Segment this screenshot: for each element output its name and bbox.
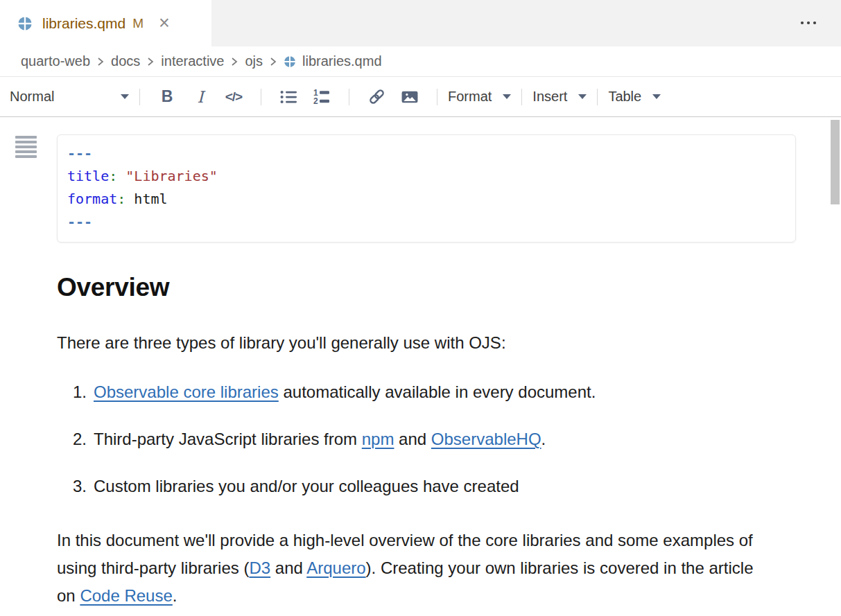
chevron-down-icon — [121, 94, 129, 99]
table-menu[interactable]: Table — [608, 89, 661, 105]
quarto-file-icon — [17, 16, 33, 31]
document-body: Overview There are three types of librar… — [57, 274, 758, 610]
intro-paragraph: There are three types of library you'll … — [57, 333, 758, 352]
chevron-right-icon — [146, 55, 155, 68]
list-item-number: 1. — [73, 382, 94, 401]
table-menu-label: Table — [608, 89, 641, 105]
image-button[interactable] — [393, 83, 426, 111]
tab-libraries-qmd[interactable]: libraries.qmd M × — [0, 0, 211, 46]
svg-text:2: 2 — [313, 96, 318, 106]
bullet-list-icon — [279, 89, 298, 105]
link-observablehq[interactable]: ObservableHQ — [431, 430, 541, 448]
chevron-down-icon — [503, 94, 511, 99]
tab-bar: libraries.qmd M × — [0, 0, 841, 46]
ordered-list-button[interactable]: 1 2 — [305, 83, 338, 111]
chevron-right-icon — [229, 55, 239, 68]
list-item-text: Third-party JavaScript libraries from np… — [94, 430, 546, 448]
list-item-number: 2. — [73, 430, 94, 448]
toolbar-divider — [139, 89, 140, 105]
yaml-delimiter: --- — [67, 142, 784, 165]
toolbar-divider — [349, 89, 349, 105]
breadcrumb-interactive[interactable]: interactive — [161, 53, 224, 69]
insert-menu[interactable]: Insert — [532, 89, 587, 105]
block-drag-handle-icon[interactable] — [15, 136, 37, 160]
link-npm[interactable]: npm — [362, 430, 395, 448]
chevron-right-icon — [268, 55, 278, 68]
more-actions-icon[interactable] — [797, 14, 820, 32]
toolbar-divider — [261, 89, 261, 105]
page-title: Overview — [57, 274, 758, 301]
list-item-text: Observable core libraries automatically … — [94, 382, 596, 401]
list-item: 2. Third-party JavaScript libraries from… — [57, 430, 758, 448]
breadcrumb-quarto-web[interactable]: quarto-web — [21, 53, 90, 69]
chevron-right-icon — [96, 55, 105, 68]
breadcrumb-libraries-qmd[interactable]: libraries.qmd — [302, 53, 381, 69]
chevron-down-icon — [578, 94, 587, 99]
numbered-list: 1. Observable core libraries automatical… — [57, 382, 758, 495]
toolbar-divider — [597, 89, 598, 105]
yaml-delimiter: --- — [67, 211, 784, 234]
link-icon — [367, 87, 386, 106]
text-segment: . — [173, 586, 177, 605]
bold-icon: B — [162, 87, 173, 106]
format-menu[interactable]: Format — [448, 89, 511, 105]
text-segment: automatically available in every documen… — [279, 382, 596, 401]
ordered-list-icon: 1 2 — [313, 88, 331, 106]
italic-icon: I — [197, 88, 203, 106]
italic-button[interactable]: I — [184, 83, 217, 111]
closing-paragraph: In this document we'll provide a high-le… — [57, 527, 758, 610]
vertical-scrollbar-thumb[interactable] — [831, 120, 840, 204]
paragraph-style-select[interactable]: Normal — [10, 89, 129, 105]
text-segment: and — [270, 558, 306, 577]
close-icon[interactable]: × — [159, 14, 170, 33]
modified-badge: M — [132, 16, 144, 31]
bold-button[interactable]: B — [150, 83, 184, 111]
format-toolbar: Normal B I </> 1 — [0, 77, 841, 117]
paragraph-style-value: Normal — [10, 89, 54, 105]
yaml-entry-format: format: html — [67, 188, 784, 211]
insert-menu-label: Insert — [532, 89, 567, 105]
link-arquero[interactable]: Arquero — [306, 558, 365, 577]
link-observable-core-libraries[interactable]: Observable core libraries — [94, 382, 279, 401]
code-button[interactable]: </> — [217, 83, 250, 111]
quarto-file-icon — [284, 55, 296, 68]
link-button[interactable] — [360, 83, 393, 111]
editor-window: libraries.qmd M × quarto-web docs intera… — [0, 0, 841, 616]
bullet-list-button[interactable] — [272, 83, 305, 111]
link-d3[interactable]: D3 — [249, 558, 270, 577]
toolbar-divider — [521, 89, 522, 105]
list-item-number: 3. — [73, 477, 94, 495]
document-editor[interactable]: --- title: "Libraries" format: html --- … — [0, 117, 841, 616]
tab-title: libraries.qmd — [42, 15, 125, 32]
image-icon — [400, 89, 419, 105]
code-icon: </> — [225, 89, 242, 105]
list-item-text: Custom libraries you and/or your colleag… — [94, 477, 519, 495]
list-item: 1. Observable core libraries automatical… — [57, 382, 758, 401]
text-segment: . — [541, 430, 546, 448]
text-segment: Third-party JavaScript libraries from — [94, 430, 362, 448]
list-item: 3. Custom libraries you and/or your coll… — [57, 477, 758, 495]
yaml-frontmatter-block[interactable]: --- title: "Libraries" format: html --- — [57, 134, 796, 243]
yaml-entry-title: title: "Libraries" — [67, 165, 784, 188]
toolbar-divider — [437, 89, 437, 105]
breadcrumb: quarto-web docs interactive ojs librarie… — [0, 46, 841, 77]
text-segment: and — [394, 430, 431, 448]
breadcrumb-ojs[interactable]: ojs — [245, 53, 263, 69]
chevron-down-icon — [652, 94, 661, 99]
link-code-reuse[interactable]: Code Reuse — [80, 586, 172, 605]
format-menu-label: Format — [448, 89, 492, 105]
breadcrumb-docs[interactable]: docs — [111, 53, 140, 69]
